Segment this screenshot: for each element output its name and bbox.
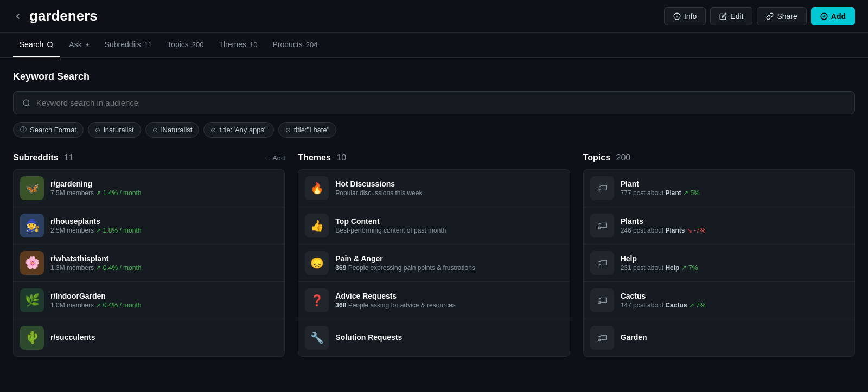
filter-tag-search-format[interactable]: ⓘ Search Format xyxy=(13,122,84,138)
topic-name-plants: Plants xyxy=(621,217,848,226)
topic-item-cactus[interactable]: 🏷 Cactus 147 post about Cactus ↗ 7% xyxy=(583,281,855,319)
products-tab-label: Products xyxy=(273,40,303,49)
header-left: gardeners xyxy=(13,8,98,24)
theme-name-solution: Solution Requests xyxy=(335,333,563,342)
header: gardeners Info Edit Share Add xyxy=(0,0,868,33)
theme-item-solution-requests[interactable]: 🔧 Solution Requests xyxy=(298,319,570,357)
info-label: Info xyxy=(684,12,697,21)
filter-tag-title-ihate[interactable]: ⊙ title:"I hate" xyxy=(278,122,337,138)
topic-icon-garden: 🏷 xyxy=(590,326,614,350)
main-content: Keyword Search ⓘ Search Format ⊙ inatura… xyxy=(0,58,868,370)
edit-label: Edit xyxy=(730,12,743,21)
ask-icon: ✦ xyxy=(85,42,90,48)
subreddit-meta-whatsthisplant: 1.3M members ↗ 0.4% / month xyxy=(50,264,278,272)
themes-count: 10 xyxy=(250,41,257,49)
subreddit-item-houseplants[interactable]: 🧙 r/houseplants 2.5M members ↗ 1.8% / mo… xyxy=(13,207,285,244)
filter-tag-inaturalist1[interactable]: ⊙ inaturalist xyxy=(88,122,141,138)
topics-col-count: 200 xyxy=(616,153,630,162)
topic-item-plants[interactable]: 🏷 Plants 246 post about Plants ↘ -7% xyxy=(583,207,855,244)
subreddits-col-count: 11 xyxy=(64,153,74,162)
theme-name-advice: Advice Requests xyxy=(335,292,563,300)
search-bar xyxy=(13,91,855,114)
subreddit-item-gardening[interactable]: 🦋 r/gardening 7.5M members ↗ 1.4% / mont… xyxy=(13,169,285,207)
edit-button[interactable]: Edit xyxy=(710,7,752,25)
keyword-search-title: Keyword Search xyxy=(13,71,855,82)
subreddit-item-indoorgarden[interactable]: 🌿 r/IndoorGarden 1.0M members ↗ 0.4% / m… xyxy=(13,281,285,319)
info-button[interactable]: Info xyxy=(664,7,706,25)
filter-tag-icon: ⊙ xyxy=(95,126,100,134)
tab-subreddits[interactable]: Subreddits 11 xyxy=(98,33,158,57)
subreddit-meta-indoorgarden: 1.0M members ↗ 0.4% / month xyxy=(50,301,278,309)
subreddit-info-houseplants: r/houseplants 2.5M members ↗ 1.8% / mont… xyxy=(50,217,278,234)
theme-item-top-content[interactable]: 👍 Top Content Best-performing content of… xyxy=(298,207,570,244)
topic-meta-cactus: 147 post about Cactus ↗ 7% xyxy=(621,301,848,309)
filter-tag-label: iNaturalist xyxy=(161,126,193,134)
topic-name-cactus: Cactus xyxy=(621,292,848,300)
search-tab-label: Search xyxy=(20,40,43,49)
theme-item-advice-requests[interactable]: ❓ Advice Requests 368 People asking for … xyxy=(298,281,570,319)
topic-item-plant[interactable]: 🏷 Plant 777 post about Plant ↗ 5% xyxy=(583,169,855,207)
filter-tag-label: Search Format xyxy=(30,126,76,134)
theme-icon-solution: 🔧 xyxy=(305,326,329,350)
tab-search[interactable]: Search xyxy=(13,33,60,57)
theme-desc-top: Best-performing content of past month xyxy=(335,227,563,234)
tab-themes[interactable]: Themes 10 xyxy=(213,33,264,57)
topic-icon-plant: 🏷 xyxy=(590,176,614,200)
theme-info-pain: Pain & Anger 369 People expressing pain … xyxy=(335,254,563,272)
tab-products[interactable]: Products 204 xyxy=(266,33,324,57)
theme-icon-hot: 🔥 xyxy=(305,176,329,200)
subreddit-name-succulents: r/succulents xyxy=(50,333,278,342)
subreddit-item-succulents[interactable]: 🌵 r/succulents xyxy=(13,319,285,357)
theme-desc-pain: 369 People expressing pain points & frus… xyxy=(335,264,563,272)
theme-name-hot: Hot Discussions xyxy=(335,179,563,188)
topics-tab-label: Topics xyxy=(167,40,189,49)
subreddit-growth-whatsthisplant: ↗ 0.4% / month xyxy=(95,264,141,272)
filter-tag-title-anyapps[interactable]: ⊙ title:"Any apps" xyxy=(203,122,273,138)
share-button[interactable]: Share xyxy=(757,7,806,25)
subreddit-info-gardening: r/gardening 7.5M members ↗ 1.4% / month xyxy=(50,179,278,197)
add-button[interactable]: Add xyxy=(811,7,855,25)
subreddit-meta-houseplants: 2.5M members ↗ 1.8% / month xyxy=(50,227,278,234)
add-label: Add xyxy=(831,12,846,21)
subreddits-add-btn[interactable]: + Add xyxy=(267,154,285,162)
theme-info-solution: Solution Requests xyxy=(335,333,563,343)
subreddit-growth-indoorgarden: ↗ 0.4% / month xyxy=(95,301,141,309)
topics-column: Topics 200 🏷 Plant 777 post about Plant … xyxy=(583,153,855,357)
themes-col-title: Themes 10 xyxy=(298,153,346,163)
theme-item-pain-anger[interactable]: 😞 Pain & Anger 369 People expressing pai… xyxy=(298,244,570,281)
subreddit-name-gardening: r/gardening xyxy=(50,179,278,188)
topic-meta-plants: 246 post about Plants ↘ -7% xyxy=(621,227,848,234)
tab-ask[interactable]: Ask ✦ xyxy=(62,33,95,57)
theme-desc-advice: 368 People asking for advice & resources xyxy=(335,301,563,309)
topic-info-cactus: Cactus 147 post about Cactus ↗ 7% xyxy=(621,292,848,309)
subreddits-count: 11 xyxy=(144,41,152,49)
topic-item-help[interactable]: 🏷 Help 231 post about Help ↗ 7% xyxy=(583,244,855,281)
theme-name-pain: Pain & Anger xyxy=(335,254,563,263)
subreddit-info-succulents: r/succulents xyxy=(50,333,278,343)
subreddit-growth-gardening: ↗ 1.4% / month xyxy=(95,189,141,197)
topic-info-plant: Plant 777 post about Plant ↗ 5% xyxy=(621,179,848,197)
keyword-search-input[interactable] xyxy=(36,98,846,107)
subreddit-info-whatsthisplant: r/whatsthisplant 1.3M members ↗ 0.4% / m… xyxy=(50,254,278,272)
themes-col-header: Themes 10 xyxy=(298,153,570,163)
filter-tag-icon: ⊙ xyxy=(285,126,291,134)
topics-list: 🏷 Plant 777 post about Plant ↗ 5% 🏷 Plan… xyxy=(583,169,855,357)
svg-point-6 xyxy=(48,42,53,47)
app-title: gardeners xyxy=(29,8,98,24)
nav-tabs: Search Ask ✦ Subreddits 11 Topics 200 Th… xyxy=(0,33,868,58)
topic-growth-plant: ↗ 5% xyxy=(683,189,700,197)
topic-growth-help: ↗ 7% xyxy=(681,264,698,272)
topic-item-garden[interactable]: 🏷 Garden xyxy=(583,319,855,357)
tab-topics[interactable]: Topics 200 xyxy=(161,33,210,57)
theme-item-hot-discussions[interactable]: 🔥 Hot Discussions Popular discussions th… xyxy=(298,169,570,207)
back-button[interactable] xyxy=(13,11,23,21)
themes-column: Themes 10 🔥 Hot Discussions Popular disc… xyxy=(298,153,570,357)
subreddit-item-whatsthisplant[interactable]: 🌸 r/whatsthisplant 1.3M members ↗ 0.4% /… xyxy=(13,244,285,281)
themes-col-count: 10 xyxy=(336,153,346,162)
topics-count: 200 xyxy=(192,41,204,49)
filter-tag-inaturalist2[interactable]: ⊙ iNaturalist xyxy=(145,122,200,138)
topics-col-title: Topics 200 xyxy=(583,153,631,163)
filter-tag-icon: ⓘ xyxy=(20,125,27,134)
subreddit-growth-houseplants: ↗ 1.8% / month xyxy=(95,227,141,234)
filter-tag-label: title:"I hate" xyxy=(294,126,330,134)
